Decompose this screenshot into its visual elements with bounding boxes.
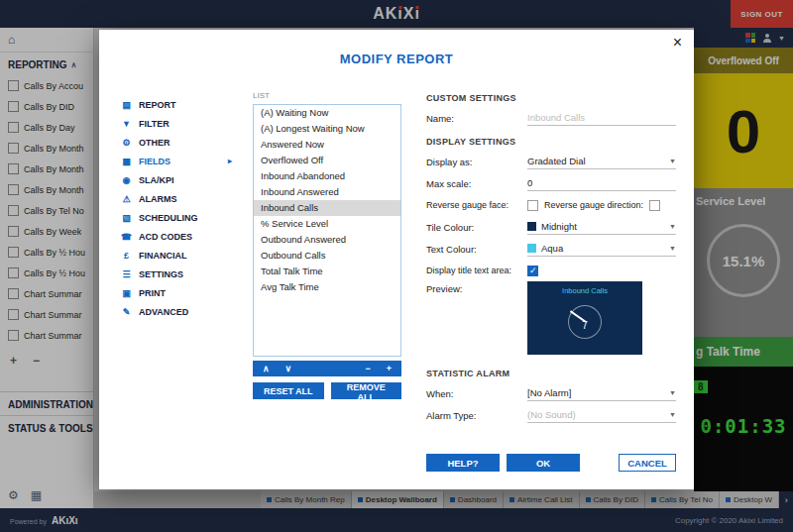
text-colour-label: Text Colour:	[426, 244, 527, 255]
chevron-down-icon: ▼	[669, 389, 676, 396]
display-as-dropdown[interactable]: Gradated Dial▼	[527, 154, 676, 169]
reverse-gauge-direction-checkbox[interactable]	[649, 200, 660, 211]
custom-settings-heading: CUSTOM SETTINGS	[426, 93, 676, 107]
nav-item-filter[interactable]: ▼FILTER	[121, 114, 232, 133]
list-label: LIST	[253, 91, 401, 100]
display-settings-heading: DISPLAY SETTINGS	[426, 137, 676, 151]
tile-colour-label: Tile Colour:	[426, 222, 527, 233]
nav-item-advanced[interactable]: ✎ADVANCED	[121, 302, 232, 321]
preview-tile-title: Inbound Calls	[562, 286, 608, 295]
printer-icon: ▣	[121, 288, 132, 298]
calendar-icon: ▧	[121, 213, 132, 223]
list-item[interactable]: (A) Longest Waiting Now	[254, 121, 400, 137]
max-scale-input[interactable]	[527, 177, 676, 188]
aqua-swatch	[527, 244, 536, 253]
fields-listbox[interactable]: (A) Waiting Now (A) Longest Waiting Now …	[253, 104, 401, 357]
sla-kpi-icon: ◉	[121, 175, 132, 185]
settings-icon: ☰	[121, 269, 132, 279]
modify-report-dialog: × MODIFY REPORT ▤REPORT ▼FILTER ⚙OTHER ▦…	[99, 30, 694, 489]
nav-item-financial[interactable]: £FINANCIAL	[121, 246, 232, 265]
chevron-down-icon: ▼	[669, 411, 676, 418]
chevron-down-icon: ▼	[669, 245, 676, 252]
display-title-label: Display title text area:	[426, 266, 521, 275]
move-up-icon[interactable]: ∧	[263, 364, 270, 373]
nav-item-acd-codes[interactable]: ☎ACD CODES	[121, 227, 232, 246]
cancel-button[interactable]: CANCEL	[619, 454, 676, 472]
list-item[interactable]: Overflowed Off	[254, 153, 400, 168]
name-input[interactable]	[527, 112, 676, 123]
close-icon[interactable]: ×	[673, 34, 682, 52]
list-item[interactable]: Inbound Answered	[254, 184, 400, 200]
nav-item-scheduling[interactable]: ▧SCHEDULING	[121, 208, 232, 227]
selected-arrow-icon: ▸	[228, 157, 232, 165]
alarm-icon: ⚠	[121, 194, 132, 204]
tile-preview: Inbound Calls 7	[527, 281, 642, 355]
preview-gauge: 7	[561, 298, 609, 346]
list-toolbar: ∧ ∨ − +	[253, 361, 401, 376]
preview-label: Preview:	[426, 281, 527, 361]
filter-icon: ▼	[121, 119, 132, 129]
reverse-gauge-direction-label: Reverse gauge direction:	[544, 200, 643, 210]
when-dropdown[interactable]: [No Alarm]▼	[527, 385, 676, 401]
gear-icon: ⚙	[121, 138, 132, 148]
max-scale-label: Max scale:	[426, 178, 527, 189]
currency-icon: £	[121, 251, 132, 261]
reverse-gauge-face-label: Reverse gauge face:	[426, 200, 521, 210]
dialog-buttons: HELP? OK CANCEL	[426, 454, 676, 472]
ok-button[interactable]: OK	[507, 454, 580, 472]
fields-icon: ▦	[121, 157, 132, 166]
pencil-icon: ✎	[121, 307, 132, 317]
help-button[interactable]: HELP?	[426, 454, 500, 472]
remove-field-icon[interactable]: −	[365, 364, 370, 373]
chevron-down-icon: ▼	[669, 223, 676, 230]
nav-item-sla-kpi[interactable]: ◉SLA/KPI	[121, 170, 232, 189]
fields-list-section: LIST (A) Waiting Now (A) Longest Waiting…	[253, 91, 401, 399]
preview-gauge-value: 7	[582, 319, 588, 330]
chevron-down-icon: ▼	[669, 158, 676, 164]
nav-item-settings[interactable]: ☰SETTINGS	[121, 265, 232, 283]
nav-item-fields[interactable]: ▦FIELDS▸	[121, 152, 232, 170]
reset-all-button[interactable]: RESET ALL	[253, 382, 324, 399]
alarm-type-dropdown: (No Sound)▼	[527, 407, 676, 423]
nav-item-alarms[interactable]: ⚠ALARMS	[121, 189, 232, 208]
move-down-icon[interactable]: ∨	[285, 364, 292, 373]
dialog-nav: ▤REPORT ▼FILTER ⚙OTHER ▦FIELDS▸ ◉SLA/KPI…	[121, 95, 232, 321]
reverse-gauge-face-checkbox[interactable]	[527, 200, 538, 211]
nav-item-print[interactable]: ▣PRINT	[121, 283, 232, 302]
list-item[interactable]: % Service Level	[254, 216, 400, 232]
tile-colour-dropdown[interactable]: Midnight▼	[527, 219, 676, 235]
list-item-selected[interactable]: Inbound Calls	[254, 200, 400, 216]
alarm-type-label: Alarm Type:	[426, 410, 527, 421]
add-field-icon[interactable]: +	[387, 364, 392, 373]
when-label: When:	[426, 388, 527, 399]
dialog-title: MODIFY REPORT	[99, 52, 694, 66]
field-settings-form: CUSTOM SETTINGS Name: DISPLAY SETTINGS D…	[426, 93, 676, 426]
list-item[interactable]: (A) Waiting Now	[254, 105, 400, 121]
statistic-alarm-heading: STATISTIC ALARM	[426, 369, 676, 382]
nav-item-other[interactable]: ⚙OTHER	[121, 133, 232, 152]
text-colour-dropdown[interactable]: Aqua▼	[527, 241, 676, 257]
list-item[interactable]: Avg Talk Time	[254, 279, 400, 295]
display-as-label: Display as:	[426, 157, 527, 167]
list-item[interactable]: Outbound Answered	[254, 232, 400, 248]
list-item[interactable]: Outbound Calls	[254, 248, 400, 264]
list-item[interactable]: Inbound Abandoned	[254, 168, 400, 184]
list-item[interactable]: Answered Now	[254, 137, 400, 153]
midnight-swatch	[527, 222, 536, 231]
report-icon: ▤	[121, 100, 132, 110]
remove-all-button[interactable]: REMOVE ALL	[331, 382, 402, 399]
name-label: Name:	[426, 113, 527, 124]
phone-icon: ☎	[121, 232, 132, 242]
nav-item-report[interactable]: ▤REPORT	[121, 95, 232, 114]
list-item[interactable]: Total Talk Time	[254, 264, 400, 279]
display-title-checkbox[interactable]	[527, 266, 538, 276]
